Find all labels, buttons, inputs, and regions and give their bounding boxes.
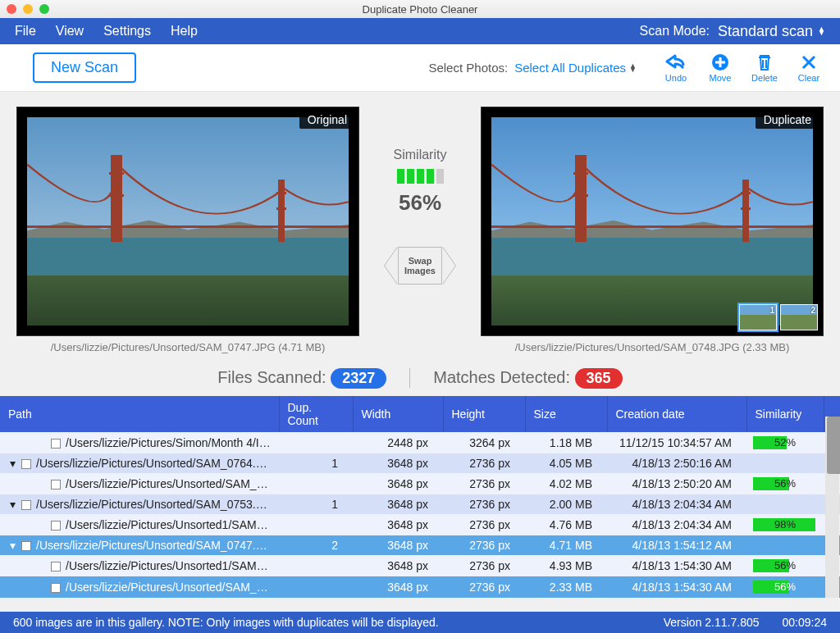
th-date[interactable]: Creation date <box>607 396 746 432</box>
vertical-scrollbar[interactable] <box>825 417 839 598</box>
preview-area: Original /Users/lizzie/Pictures/Unsorted… <box>0 92 840 360</box>
thumb-1[interactable]: 1 <box>739 304 777 330</box>
table-row[interactable]: ▾/Users/lizzie/Pictures/Unsorted/SAM_074… <box>0 535 840 555</box>
table-row[interactable]: /Users/lizzie/Pictures/Unsorted/SAM_0765… <box>0 473 840 494</box>
undo-button[interactable]: Undo <box>661 53 691 83</box>
row-checkbox[interactable] <box>21 541 31 551</box>
results-table-wrap: Path Dup. Count Width Height Size Creati… <box>0 396 840 598</box>
row-height: 2736 px <box>443 514 525 535</box>
row-similarity: 98% <box>746 514 824 535</box>
row-width: 3648 px <box>353 453 443 473</box>
delete-button[interactable]: Delete <box>750 53 779 83</box>
row-checkbox[interactable] <box>51 562 61 572</box>
th-dup[interactable]: Dup. Count <box>279 396 353 432</box>
row-date: 4/18/13 1:54:30 AM <box>607 555 746 576</box>
row-size: 2.33 MB <box>525 576 607 598</box>
row-height: 2736 px <box>443 453 525 473</box>
row-dup <box>279 555 353 576</box>
row-height: 2736 px <box>443 535 525 555</box>
table-row[interactable]: ▾/Users/lizzie/Pictures/Unsorted/SAM_075… <box>0 494 840 514</box>
scanmode-value: Standard scan <box>718 23 813 40</box>
select-all-duplicates-link[interactable]: Select All Duplicates ▲▼ <box>514 61 637 75</box>
table-header-row[interactable]: Path Dup. Count Width Height Size Creati… <box>0 396 840 432</box>
duplicate-badge: Duplicate <box>756 111 819 129</box>
delete-label: Delete <box>751 73 778 83</box>
window-title: Duplicate Photo Cleaner <box>0 3 840 16</box>
row-checkbox[interactable] <box>21 459 31 469</box>
row-checkbox[interactable] <box>51 480 61 490</box>
new-scan-button[interactable]: New Scan <box>33 52 136 83</box>
row-date: 4/18/13 1:54:12 AM <box>607 535 746 555</box>
row-checkbox[interactable] <box>51 439 61 449</box>
move-button[interactable]: Move <box>705 53 735 83</box>
row-checkbox[interactable] <box>51 521 61 531</box>
row-width: 3648 px <box>353 514 443 535</box>
disclose-icon[interactable]: ▾ <box>10 539 18 552</box>
disclose-icon[interactable]: ▾ <box>10 498 18 511</box>
status-bar: 600 images are in this gallery. NOTE: On… <box>0 612 840 633</box>
row-dup: 1 <box>279 494 353 514</box>
scrollbar-thumb[interactable] <box>827 417 840 474</box>
status-timer: 00:09:24 <box>783 616 828 629</box>
row-height: 2736 px <box>443 576 525 598</box>
clear-label: Clear <box>798 73 819 83</box>
row-dup: 1 <box>279 453 353 473</box>
table-row[interactable]: /Users/lizzie/Pictures/Unsorted1/SAM_074… <box>0 555 840 576</box>
titlebar: Duplicate Photo Cleaner <box>0 0 840 18</box>
menu-settings[interactable]: Settings <box>103 24 151 39</box>
row-path: /Users/lizzie/Pictures/Unsorted1/SAM_074… <box>66 559 279 572</box>
window-controls <box>7 4 49 14</box>
close-window-icon[interactable] <box>7 4 16 14</box>
row-dup <box>279 514 353 535</box>
duplicate-preview[interactable]: Duplicate 1 2 <box>481 107 824 336</box>
row-checkbox[interactable] <box>51 583 61 593</box>
minimize-window-icon[interactable] <box>23 4 33 14</box>
row-similarity: 56% <box>746 576 824 598</box>
disclose-icon[interactable]: ▾ <box>10 457 18 470</box>
row-path: /Users/lizzie/Pictures/Unsorted/SAM_0747… <box>36 539 273 552</box>
original-badge: Original <box>299 111 355 129</box>
updown-icon: ▲▼ <box>629 64 637 72</box>
clear-button[interactable]: Clear <box>794 53 824 83</box>
table-row[interactable]: /Users/lizzie/Pictures/Unsorted1/SAM_075… <box>0 514 840 535</box>
menu-file[interactable]: File <box>15 24 36 39</box>
trash-icon <box>756 53 773 71</box>
row-checkbox[interactable] <box>21 500 31 510</box>
row-size: 4.71 MB <box>525 535 607 555</box>
status-version: Version 2.11.7.805 <box>664 616 760 629</box>
zoom-window-icon[interactable] <box>39 4 49 14</box>
scanmode-dropdown[interactable]: Standard scan ▲▼ <box>718 23 825 40</box>
row-date: 4/18/13 2:50:16 AM <box>607 453 746 473</box>
files-scanned-value: 2327 <box>331 368 386 389</box>
menubar: File View Settings Help Scan Mode: Stand… <box>0 18 840 44</box>
table-row[interactable]: ▾/Users/lizzie/Pictures/Unsorted/SAM_076… <box>0 453 840 473</box>
row-height: 2736 px <box>443 555 525 576</box>
row-dup <box>279 432 353 453</box>
swap-images-button[interactable]: SwapImages <box>385 245 455 286</box>
row-path: /Users/lizzie/Pictures/Unsorted1/SAM_075… <box>66 518 279 531</box>
th-width[interactable]: Width <box>353 396 443 432</box>
row-dup: 2 <box>279 535 353 555</box>
row-date: 4/18/13 1:54:30 AM <box>607 576 746 598</box>
select-photos-label: Select Photos: <box>428 61 508 75</box>
original-preview[interactable]: Original <box>16 107 359 336</box>
x-icon <box>801 53 817 71</box>
row-dup <box>279 576 353 598</box>
row-size: 4.93 MB <box>525 555 607 576</box>
th-similarity[interactable]: Similarity <box>746 396 824 432</box>
results-table: Path Dup. Count Width Height Size Creati… <box>0 396 840 598</box>
row-size: 4.05 MB <box>525 453 607 473</box>
table-row[interactable]: /Users/lizzie/Pictures/Unsorted/SAM_0748… <box>0 576 840 598</box>
thumb-2[interactable]: 2 <box>780 304 818 330</box>
table-row[interactable]: /Users/lizzie/Pictures/Simon/Month 4/IMG… <box>0 432 840 453</box>
row-similarity: 56% <box>746 555 824 576</box>
status-message: 600 images are in this gallery. NOTE: On… <box>13 616 439 629</box>
menu-help[interactable]: Help <box>171 24 198 39</box>
th-size[interactable]: Size <box>525 396 607 432</box>
row-width: 3648 px <box>353 494 443 514</box>
plus-circle-icon <box>711 53 729 71</box>
menu-view[interactable]: View <box>56 24 84 39</box>
th-height[interactable]: Height <box>443 396 525 432</box>
row-date: 4/18/13 2:04:34 AM <box>607 494 746 514</box>
th-path[interactable]: Path <box>0 396 279 432</box>
